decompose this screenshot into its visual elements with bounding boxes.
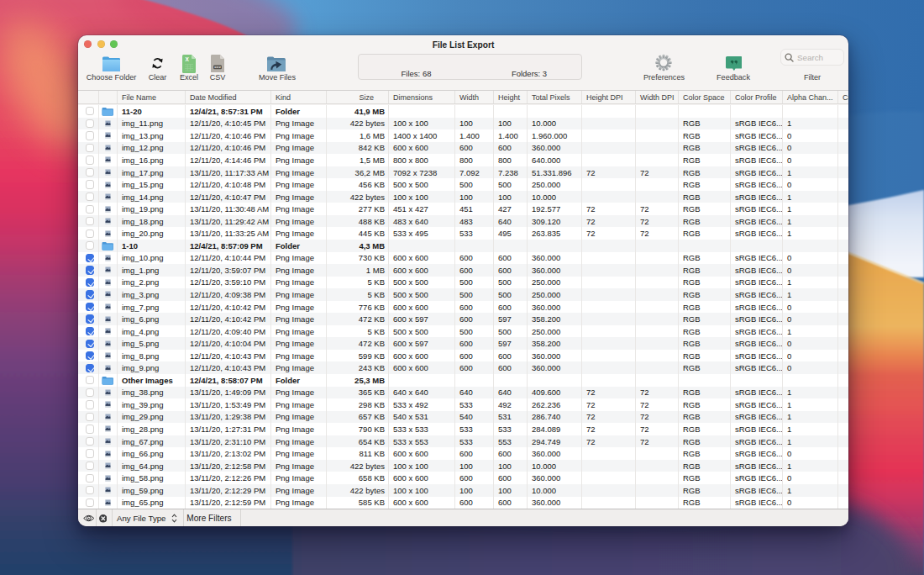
svg-text:X: X bbox=[185, 56, 189, 62]
svg-text:csv: csv bbox=[214, 65, 221, 69]
